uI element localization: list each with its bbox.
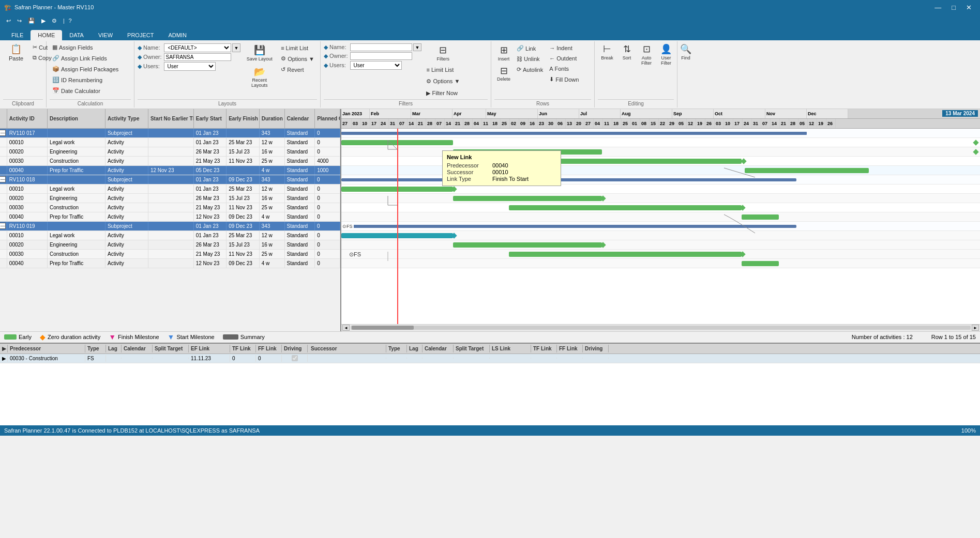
find-button[interactable]: 🔍 Find — [676, 42, 695, 98]
legend-early-color — [4, 334, 17, 340]
col-activity-id[interactable]: Activity ID — [7, 109, 48, 128]
table-row[interactable]: 00020 Engineering Activity 26 Mar 23 15 … — [0, 240, 340, 250]
sort-button[interactable]: ⇅ Sort — [617, 42, 636, 98]
maximize-button[interactable]: □ — [947, 3, 960, 12]
table-row[interactable]: 00020 Engineering Activity 26 Mar 23 15 … — [0, 147, 340, 157]
qa-redo-button[interactable]: ↪ — [15, 17, 24, 25]
recent-layouts-button[interactable]: 📂 Recent Layouts — [243, 65, 276, 90]
table-row[interactable]: ▶ 00030 - Construction FS 11.11.23 0 0 — [0, 354, 980, 363]
minimize-button[interactable]: — — [930, 3, 945, 12]
col-activity-type[interactable]: Activity Type — [105, 109, 148, 128]
owner-input[interactable] — [164, 53, 231, 61]
limit-list-button[interactable]: ≡ Limit List — [278, 43, 317, 53]
fill-down-button[interactable]: ⬇ Fill Down — [547, 74, 581, 84]
col-early-start[interactable]: Early Start — [194, 109, 227, 128]
tab-home[interactable]: HOME — [31, 30, 62, 40]
scroll-right-button[interactable]: ► — [972, 325, 979, 331]
expand-cell[interactable]: — — [0, 129, 7, 137]
outdent-button[interactable]: ← Outdent — [547, 54, 581, 63]
succ-split-cell — [454, 358, 490, 359]
save-layout-button[interactable]: 💾 Save Layout — [243, 43, 276, 63]
table-row[interactable]: 00030 Construction Activity 21 May 23 11… — [0, 157, 340, 166]
tab-view[interactable]: VIEW — [91, 30, 120, 40]
table-row[interactable]: 00040 Prep for Traffic Activity 12 Nov 2… — [0, 212, 340, 222]
qa-run-button[interactable]: ▶ — [39, 17, 48, 25]
assign-field-packages-button[interactable]: 📦 Assign Field Packages — [50, 64, 121, 74]
filter-now-button[interactable]: ▶ Filter Now — [424, 88, 462, 98]
delete-button[interactable]: ⊟ Delete — [494, 64, 513, 84]
type-cell: Activity — [105, 166, 148, 175]
link-button[interactable]: 🔗 Link — [514, 43, 546, 53]
quick-access-toolbar: ↩ ↪ 💾 ▶ ⚙ | ? — [0, 14, 980, 27]
col-duration[interactable]: Duration — [260, 109, 285, 128]
col-calendar[interactable]: Calendar — [285, 109, 315, 128]
filter-users-select[interactable]: User — [350, 61, 402, 70]
month-header-row: Jan 2023 Feb Mar Apr May Jun Jul Aug Sep… — [341, 109, 980, 119]
tab-project[interactable]: PROJECT — [120, 30, 161, 40]
table-row[interactable]: — RV110 017 Subproject 01 Jan 23 343 Sta… — [0, 129, 340, 138]
driving-checkbox[interactable] — [292, 355, 298, 361]
table-row[interactable]: 00030 Construction Activity 21 May 23 11… — [0, 250, 340, 259]
table-row[interactable]: 00010 Legal work Activity 01 Jan 23 25 M… — [0, 185, 340, 194]
filter-name-input[interactable] — [350, 43, 412, 51]
table-row[interactable]: — RV110 018 Subproject 01 Jan 23 09 Dec … — [0, 175, 340, 185]
table-row[interactable]: 00030 Construction Activity 21 May 23 11… — [0, 203, 340, 212]
options-button[interactable]: ⚙ Options ▼ — [278, 54, 317, 64]
bottom-pane: ▶ Predecessor Type Lag Calendar Split Ta… — [0, 343, 980, 425]
name-select[interactable]: <DEFAULT> — [164, 43, 231, 52]
expand-cell[interactable]: — — [0, 175, 7, 184]
paste-button[interactable]: 📋 Paste — [3, 42, 29, 63]
autolink-button[interactable]: ⟳ Autolink — [514, 65, 546, 74]
revert-button[interactable]: ↺ Revert — [278, 65, 317, 74]
auto-filter-button[interactable]: ⊡ Auto Filter — [637, 42, 656, 98]
collapse-icon[interactable]: — — [0, 130, 6, 136]
table-row[interactable]: 00020 Engineering Activity 26 Mar 23 15 … — [0, 194, 340, 203]
scroll-track[interactable] — [351, 326, 971, 330]
qa-undo-button[interactable]: ↩ — [4, 17, 13, 25]
col-start-ne[interactable]: Start No Earlier Than — [148, 109, 194, 128]
col-early-finish[interactable]: Early Finish — [227, 109, 259, 128]
table-row[interactable]: 00010 Legal work Activity 01 Jan 23 25 M… — [0, 231, 340, 240]
tooltip-successor-row: Successor 00010 — [447, 169, 556, 175]
insert-button[interactable]: ⊞ Insert — [494, 43, 513, 63]
filters-main-button[interactable]: ⊟ Filters — [424, 43, 462, 63]
activity-id-cell: 00030 — [7, 157, 48, 165]
expand-cell[interactable]: — — [0, 222, 7, 230]
col-description[interactable]: Description — [48, 109, 105, 128]
qa-help-button[interactable]: ? — [67, 17, 74, 25]
tab-admin[interactable]: ADMIN — [161, 30, 193, 40]
user-filter-button[interactable]: 👤 User Filter — [657, 42, 675, 98]
start-ne-cell: 12 Nov 23 — [148, 166, 194, 175]
filter-owner-input[interactable] — [350, 52, 412, 60]
name-dropdown[interactable]: ▼ — [232, 43, 241, 52]
fonts-button[interactable]: A Fonts — [547, 64, 581, 73]
date-calculator-button[interactable]: 📅 Date Calculator — [50, 86, 103, 96]
col-planned-qty[interactable]: Planned QTY — [315, 109, 340, 128]
filter-options-button[interactable]: ⚙ Options ▼ — [424, 76, 462, 86]
title-bar-controls[interactable]: — □ ✕ — [930, 3, 976, 12]
break-button[interactable]: ⊢ Break — [598, 42, 616, 98]
table-row[interactable]: 00010 Legal work Activity 01 Jan 23 25 M… — [0, 138, 340, 147]
table-row[interactable]: 00040 Prep for Traffic Activity 12 Nov 2… — [0, 166, 340, 175]
indent-button[interactable]: → Indent — [547, 43, 581, 53]
collapse-icon[interactable]: — — [0, 176, 6, 182]
qa-tool-button[interactable]: ⚙ — [50, 17, 59, 25]
table-row[interactable]: 00040 Prep for Traffic Activity 12 Nov 2… — [0, 259, 340, 268]
table-row[interactable]: — RV110 019 Subproject 01 Jan 23 09 Dec … — [0, 222, 340, 231]
users-select[interactable]: User — [164, 62, 216, 71]
close-button[interactable]: ✕ — [962, 3, 976, 12]
tab-data[interactable]: DATA — [62, 30, 91, 40]
qa-save-button[interactable]: 💾 — [26, 17, 37, 25]
gantt-scrollbar[interactable]: ◄ ► — [341, 324, 980, 331]
filter-name-dropdown[interactable]: ▼ — [413, 43, 422, 51]
filter-limit-list-button[interactable]: ≡ Limit List — [424, 65, 462, 74]
tab-file[interactable]: FILE — [4, 30, 31, 40]
scroll-thumb[interactable] — [352, 326, 414, 330]
collapse-icon[interactable]: — — [0, 223, 6, 229]
assign-fields-button[interactable]: ▦ Assign Fields — [50, 42, 95, 52]
gantt-row — [341, 185, 980, 194]
assign-link-fields-button[interactable]: 🔗 Assign Link Fields — [50, 53, 110, 63]
id-renumbering-button[interactable]: 🔢 ID Renumbering — [50, 75, 105, 85]
unlink-button[interactable]: ⛓ Unlink — [514, 54, 546, 64]
scroll-left-button[interactable]: ◄ — [342, 325, 350, 331]
